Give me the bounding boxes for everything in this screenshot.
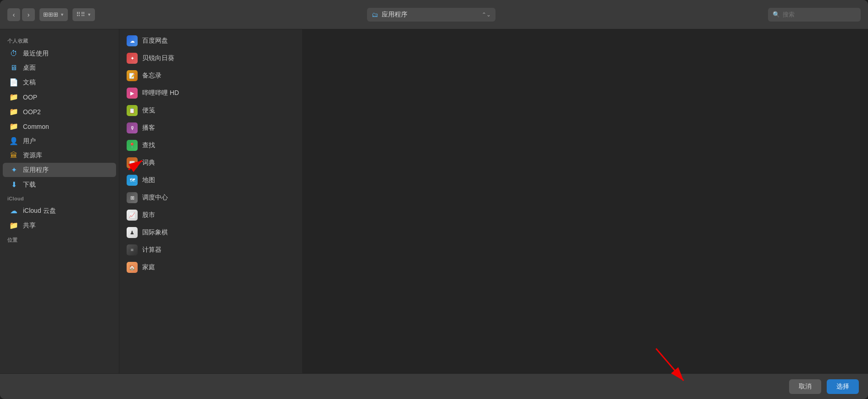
forward-icon: › (28, 11, 30, 18)
file-item-bianjian[interactable]: 📋 便笺 (119, 102, 302, 119)
sidebar-item-docs[interactable]: 📄 文稿 (3, 75, 116, 89)
app-icon-bianjian: 📋 (127, 105, 138, 116)
cancel-button[interactable]: 取消 (789, 379, 821, 394)
location-bar[interactable]: 🗂 应用程序 ⌃⌄ (367, 8, 495, 22)
sidebar: 个人收藏 ⏱ 最近使用 🖥 桌面 📄 文稿 📁 OOP (0, 29, 119, 373)
select-button[interactable]: 选择 (827, 379, 859, 394)
toolbar: ‹ › ⊞⊞⊞ ▼ ⠿⠿ ▼ 🗂 应用程序 ⌃⌄ 🔍 (0, 0, 868, 29)
grid-icon: ⠿⠿ (76, 11, 85, 18)
search-icon: 🔍 (773, 11, 780, 18)
folder-oop2-icon: 📁 (9, 107, 18, 116)
chevron-down-icon: ▼ (60, 12, 64, 17)
icloud-icon: ☁ (9, 206, 18, 215)
file-name: 便笺 (142, 106, 155, 115)
section-location-title: 位置 (0, 233, 119, 245)
file-item-ditu[interactable]: 🗺 地图 (119, 172, 302, 189)
sidebar-item-label: iCloud 云盘 (23, 207, 56, 215)
chevron-down-icon2: ▼ (87, 12, 91, 17)
file-name: 股市 (142, 211, 155, 219)
sidebar-item-desktop[interactable]: 🖥 桌面 (3, 61, 116, 75)
user-icon: 👤 (9, 137, 18, 145)
sidebar-item-oop[interactable]: 📁 OOP (3, 90, 116, 104)
downloads-icon: ⬇ (9, 180, 18, 189)
back-button[interactable]: ‹ (7, 8, 20, 21)
sidebar-item-downloads[interactable]: ⬇ 下载 (3, 177, 116, 192)
file-name: 播客 (142, 124, 155, 132)
file-item-guoji[interactable]: ♟ 国际象棋 (119, 224, 302, 241)
file-name: 百度网盘 (142, 37, 168, 45)
file-item-jisuanqi[interactable]: = 计算器 (119, 241, 302, 259)
view-grid-button[interactable]: ⠿⠿ ▼ (72, 8, 95, 21)
app-icon-jiating: 🏠 (127, 262, 138, 273)
sidebar-item-recent[interactable]: ⏱ 最近使用 (3, 47, 116, 61)
sidebar-item-label: 下载 (23, 181, 36, 189)
main-area: 个人收藏 ⏱ 最近使用 🖥 桌面 📄 文稿 📁 OOP (0, 29, 868, 373)
back-icon: ‹ (13, 11, 15, 18)
sidebar-item-label: 文稿 (23, 78, 36, 87)
sidebar-item-label: OOP2 (23, 108, 41, 116)
app-icon-cidian: 📖 (127, 157, 138, 168)
search-input[interactable] (783, 11, 856, 18)
app-icon-bilibili: ▶ (127, 88, 138, 99)
folder-icon: 🗂 (372, 11, 378, 18)
section-icloud-title: iCloud (0, 192, 119, 203)
preview-panel (303, 29, 868, 373)
sidebar-item-label: 用户 (23, 137, 36, 145)
sidebar-item-apps[interactable]: ✦ 应用程序 (3, 163, 116, 177)
library-icon: 🏛 (9, 151, 18, 160)
sidebar-item-label: 共享 (23, 222, 36, 230)
location-chevron-icon: ⌃⌄ (482, 11, 491, 18)
sidebar-item-label: 最近使用 (23, 50, 49, 58)
sidebar-item-shared[interactable]: 📁 共享 (3, 218, 116, 233)
app-icon-chazha: 📍 (127, 140, 138, 151)
sidebar-item-label: 资源库 (23, 151, 42, 160)
docs-icon: 📄 (9, 78, 18, 87)
file-name: 计算器 (142, 246, 161, 254)
app-icon-guoji: ♟ (127, 227, 138, 238)
file-name: 哔哩哔哩 HD (142, 89, 179, 97)
section-favorites-title: 个人收藏 (0, 34, 119, 46)
search-bar[interactable]: 🔍 (768, 8, 861, 22)
sidebar-item-user[interactable]: 👤 用户 (3, 134, 116, 148)
file-item-beiruixiang[interactable]: ✦ 贝锐向日葵 (119, 50, 302, 67)
app-icon-baidu: ☁ (127, 35, 138, 46)
folder-oop-icon: 📁 (9, 93, 18, 101)
file-item-jiating[interactable]: 🏠 家庭 (119, 259, 302, 276)
app-icon-beiwanglu: 📝 (127, 70, 138, 81)
file-name: 查找 (142, 141, 155, 150)
file-name: 备忘录 (142, 72, 161, 80)
forward-button[interactable]: › (22, 8, 35, 21)
file-name: 国际象棋 (142, 228, 168, 237)
file-item-boke[interactable]: 🎙 播客 (119, 119, 302, 137)
file-name: 家庭 (142, 263, 155, 272)
app-icon-tiaodu: ⊞ (127, 192, 138, 203)
file-item-bilibili[interactable]: ▶ 哔哩哔哩 HD (119, 84, 302, 102)
apps-icon: ✦ (9, 166, 18, 174)
bottom-bar: 取消 选择 (0, 373, 868, 399)
file-item-baidu[interactable]: ☁ 百度网盘 (119, 32, 302, 50)
app-icon-boke: 🎙 (127, 122, 138, 133)
file-list-panel: ☁ 百度网盘 ✦ 贝锐向日葵 📝 备忘录 (119, 29, 303, 373)
sidebar-item-oop2[interactable]: 📁 OOP2 (3, 105, 116, 119)
file-item-beiwanglu[interactable]: 📝 备忘录 (119, 67, 302, 84)
file-item-gushi[interactable]: 📈 股市 (119, 206, 302, 224)
location-text: 应用程序 (382, 11, 407, 19)
view-columns-button[interactable]: ⊞⊞⊞ ▼ (39, 8, 68, 21)
sidebar-item-library[interactable]: 🏛 资源库 (3, 149, 116, 162)
file-name: 调度中心 (142, 194, 168, 202)
shared-icon: 📁 (9, 221, 18, 230)
sidebar-item-common[interactable]: 📁 Common (3, 119, 116, 133)
nav-buttons: ‹ › (7, 8, 35, 21)
app-icon-beiruixiang: ✦ (127, 53, 138, 64)
file-item-cidian[interactable]: 📖 词典 (119, 154, 302, 172)
sidebar-item-label: OOP (23, 94, 37, 101)
sidebar-item-label: 桌面 (23, 64, 36, 72)
file-item-chazha[interactable]: 📍 查找 (119, 137, 302, 154)
file-item-tiaodu[interactable]: ⊞ 调度中心 (119, 189, 302, 206)
desktop-icon: 🖥 (9, 64, 18, 72)
columns-icon: ⊞⊞⊞ (43, 11, 58, 18)
recent-icon: ⏱ (9, 50, 18, 58)
sidebar-item-icloud[interactable]: ☁ iCloud 云盘 (3, 204, 116, 218)
sidebar-item-label: Common (23, 123, 49, 130)
file-name: 词典 (142, 159, 155, 167)
